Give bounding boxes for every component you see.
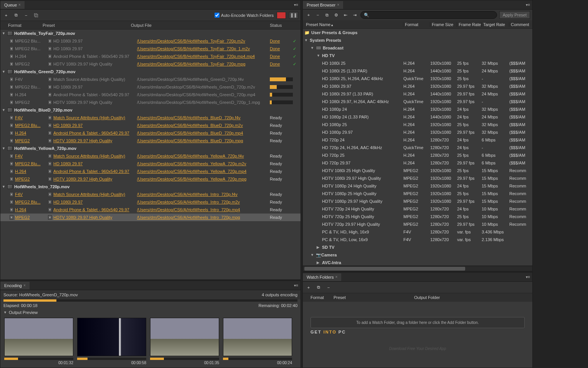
queue-item-row[interactable]: ▼H.264▼Android Phone & Tablet - 960x540 … — [0, 129, 301, 137]
preset-cell[interactable]: HD 1080i 29.97 — [53, 39, 137, 43]
format-dropdown[interactable]: ▼ — [10, 100, 13, 105]
queue-item-row[interactable]: ▼MPEG2▼HDTV 1080i 29.97 High Quality/Use… — [0, 214, 301, 221]
preset-dropdown[interactable]: ▼ — [48, 54, 52, 59]
broadcast-group[interactable]: ▼Broadcast — [303, 44, 532, 52]
settings-button[interactable]: ⚙ — [333, 12, 340, 18]
preset-row[interactable]: PC & TV, HD, Low, 16x9F4V1280x720var. fp… — [303, 236, 532, 243]
output-cell[interactable]: /Users/dm/Desktop/CS6/B/HotWheels_Yellow… — [137, 177, 270, 181]
preset-row[interactable]: HD 1080i 25 (1.33 PAR)H.2641440x108025 f… — [303, 67, 532, 75]
queue-item-row[interactable]: ▼H.264▼Android Phone & Tablet - 960x540 … — [0, 53, 301, 60]
preset-row[interactable]: HD 720p 29.97H.2641280x72029.97 fps6 Mbp… — [303, 159, 532, 167]
format-dropdown[interactable]: ▼ — [10, 131, 13, 135]
header-format[interactable]: Format — [303, 295, 334, 300]
import-button[interactable]: ⇤ — [342, 12, 349, 18]
header-preset[interactable]: Preset — [43, 23, 131, 28]
preset-dropdown[interactable]: ▼ — [48, 131, 52, 135]
avcintra-group[interactable]: ▶AVC-Intra — [303, 259, 532, 266]
output-cell[interactable]: /Users/dm/Desktop/CS6/B/HotWheels_BlueD_… — [137, 123, 270, 128]
remove-button[interactable]: − — [23, 12, 30, 19]
format-cell[interactable]: F4V — [15, 192, 48, 197]
preset-cell[interactable]: HDTV 1080i 29.97 High Quality — [53, 177, 137, 181]
camera-group[interactable]: ▼📷Camera — [303, 251, 532, 259]
preset-cell[interactable]: Android Phone & Tablet - 960x540 29.97 — [53, 131, 137, 135]
export-button[interactable]: ⇥ — [351, 12, 358, 18]
preset-cell[interactable]: HDTV 1080i 29.97 High Quality — [53, 62, 137, 66]
format-cell[interactable]: MPEG2 Blu... — [15, 200, 48, 204]
user-presets-group[interactable]: 📁User Presets & Groups — [303, 29, 532, 36]
preset-row[interactable]: HDTV 1080p 24 High QualityMPEG21920x1080… — [303, 182, 532, 190]
preset-row[interactable]: HD 1080p 24H.2641920x108024 fps32 Mbps($… — [303, 105, 532, 113]
status-done[interactable]: Done — [270, 54, 280, 59]
preset-dropdown[interactable]: ▼ — [48, 100, 52, 105]
watch-body[interactable]: GET INTO PC To add a Watch Folder, drag … — [303, 302, 532, 368]
hdtv-group[interactable]: ▼HD TV — [303, 52, 532, 59]
queue-group-row[interactable]: ▼HotWheels_BlueD_720p.mov — [0, 106, 301, 114]
format-dropdown[interactable]: ▼ — [10, 62, 13, 66]
output-cell[interactable]: /Users/dm/Desktop/CS6/A/HotWheels_Intro_… — [137, 192, 270, 197]
format-cell[interactable]: MPEG2 Blu... — [15, 46, 48, 51]
preset-row[interactable]: HDTV 1080p 25 High QualityMPEG21920x1080… — [303, 190, 532, 197]
preset-dropdown[interactable]: ▼ — [48, 39, 52, 43]
disclosure-icon[interactable]: ▼ — [311, 253, 314, 257]
format-dropdown[interactable]: ▼ — [10, 200, 13, 204]
preset-dropdown[interactable]: ▼ — [48, 62, 52, 66]
queue-group-row[interactable]: ▼HotWheels_GreenD_720p.mov — [0, 68, 301, 76]
preset-dropdown[interactable]: ▼ — [48, 138, 52, 143]
output-cell[interactable]: /Users/dm/Desktop/CS6/B/HotWheels_ToyFai… — [137, 62, 270, 66]
header-frame-rate[interactable]: Frame Rate — [457, 22, 482, 27]
header-format[interactable]: Format — [403, 22, 430, 27]
preset-dropdown[interactable]: ▼ — [48, 161, 52, 166]
output-cell[interactable]: /Users/dm/Desktop/CS6/B/HotWheels_Yellow… — [137, 154, 270, 158]
preset-dropdown[interactable]: ▼ — [48, 169, 52, 174]
queue-item-row[interactable]: ▼MPEG2 Blu...▼HD 1080i 29.97/Users/dm/De… — [0, 160, 301, 168]
preset-row[interactable]: HDTV 1080i 29.97 High QualityMPEG21920x1… — [303, 174, 532, 182]
queue-item-row[interactable]: ▼F4V▼Match Source Attributes (High Quali… — [0, 152, 301, 160]
format-dropdown[interactable]: ▼ — [10, 77, 13, 82]
output-cell[interactable]: /Users/dm/Desktop/CS6/A/HotWheels_Intro_… — [137, 215, 270, 220]
format-cell[interactable]: H.264 — [15, 92, 48, 97]
apply-preset-button[interactable]: Apply Preset — [499, 11, 530, 19]
preset-row[interactable]: HD 1080p 29.97H.2641920x108029.97 fps32 … — [303, 128, 532, 136]
remove-preset-button[interactable]: − — [314, 12, 321, 18]
status-done[interactable]: Done — [270, 39, 280, 43]
queue-item-row[interactable]: ▼F4V▼Match Source Attributes (High Quali… — [0, 191, 301, 198]
format-dropdown[interactable]: ▼ — [10, 169, 13, 174]
header-format[interactable]: Format — [0, 23, 43, 28]
preset-cell[interactable]: Match Source Attributes (High Quality) — [53, 115, 137, 120]
close-icon[interactable]: × — [23, 283, 26, 288]
format-cell[interactable]: H.264 — [15, 169, 48, 174]
queue-item-row[interactable]: ▼F4V▼Match Source Attributes (High Quali… — [0, 76, 301, 83]
preset-cell[interactable]: Android Phone & Tablet - 960x540 29.97 — [53, 54, 137, 59]
output-cell[interactable]: /Users/dm/Desktop/CS6/A/HotWheels_Intro_… — [137, 207, 270, 212]
preset-row[interactable]: PC & TV, HD, High, 16x9F4V1280x720var. f… — [303, 228, 532, 236]
watch-folders-tab[interactable]: Watch Folders× — [303, 273, 341, 281]
preset-dropdown[interactable]: ▼ — [48, 123, 52, 128]
format-cell[interactable]: H.264 — [15, 54, 48, 59]
preset-row[interactable]: HD 1080i 25, H.264, AAC 48kHzQuickTime19… — [303, 75, 532, 82]
format-cell[interactable]: MPEG2 Blu... — [15, 123, 48, 128]
status-done[interactable]: Done — [270, 62, 280, 66]
disclosure-icon[interactable]: ▼ — [317, 54, 320, 58]
queue-item-row[interactable]: ▼MPEG2▼HDTV 1080i 29.97 High Quality/Use… — [0, 175, 301, 183]
system-presets-group[interactable]: ▼System Presets — [303, 36, 532, 44]
queue-group-row[interactable]: ▼HotWheels_ToyFair_720p.mov — [0, 30, 301, 37]
header-output-folder[interactable]: Output Folder — [414, 295, 532, 300]
format-cell[interactable]: MPEG2 — [15, 138, 48, 143]
disclosure-icon[interactable]: ▼ — [2, 70, 6, 74]
panel-menu-icon[interactable]: ▾≡ — [526, 275, 530, 279]
queue-item-row[interactable]: ▼MPEG2 Blu...▼HD 1080i 29.97/Users/dm/De… — [0, 198, 301, 206]
format-cell[interactable]: H.264 — [15, 207, 48, 212]
preset-dropdown[interactable]: ▼ — [48, 115, 52, 120]
output-cell[interactable]: /Users/dmilano/Desktop/CS6/B/HotWheels_G… — [137, 85, 270, 89]
close-icon[interactable]: × — [18, 3, 21, 7]
preset-dropdown[interactable]: ▼ — [48, 177, 52, 181]
format-dropdown[interactable]: ▼ — [10, 123, 13, 128]
header-comment[interactable]: Comment — [509, 22, 532, 27]
format-dropdown[interactable]: ▼ — [10, 154, 13, 158]
format-dropdown[interactable]: ▼ — [10, 85, 13, 89]
disclosure-icon[interactable]: ▶ — [317, 245, 320, 249]
format-cell[interactable]: MPEG2 Blu... — [15, 39, 48, 43]
format-cell[interactable]: MPEG2 — [15, 100, 48, 105]
format-dropdown[interactable]: ▼ — [10, 192, 13, 197]
queue-item-row[interactable]: ▼MPEG2 Blu...▼HD 1080i 29.97/Users/dm/De… — [0, 122, 301, 129]
